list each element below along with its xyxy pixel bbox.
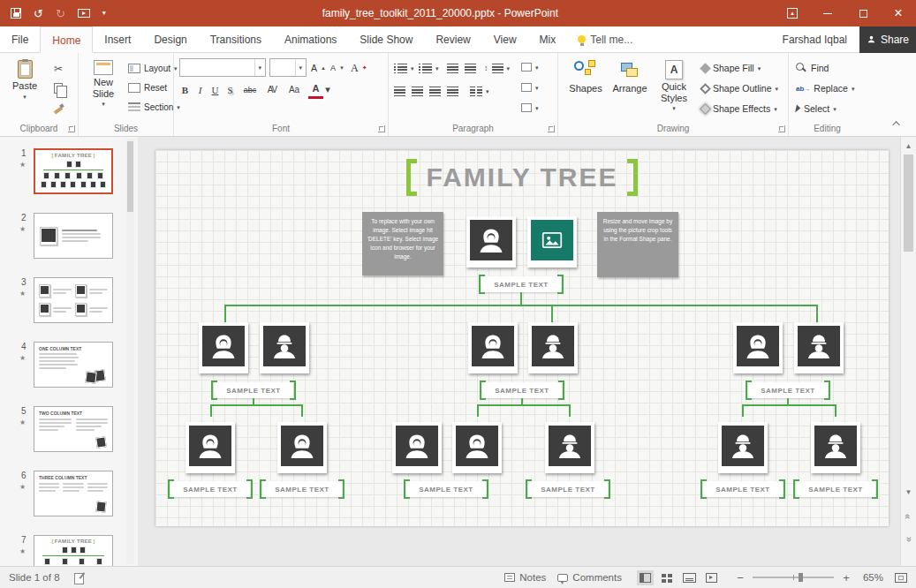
font-name-combo[interactable]: ▾ [179,58,266,77]
animation-star-icon[interactable]: ★ [19,354,26,362]
slide-4-thumbnail[interactable]: ONE COLUMN TEXT [34,342,113,388]
slide-counter[interactable]: Slide 1 of 8 [9,572,60,583]
slide-3-thumbnail[interactable] [34,277,113,323]
sample-text-label[interactable]: SAMPLE TEXT [482,382,562,398]
animation-star-icon[interactable]: ★ [19,418,26,426]
slide-thumbnail-item-3[interactable]: 3 ★ [34,277,113,323]
bullets-button[interactable]: ▾ [394,59,414,77]
slide-5-thumbnail[interactable]: TWO COLUMN TEXT [34,406,113,452]
tab-design[interactable]: Design [142,26,198,52]
strikethrough-button[interactable]: abc [239,80,261,99]
change-case-button[interactable]: Aa [285,80,303,99]
scrollbar-thumb[interactable] [904,155,913,252]
user-name[interactable]: Farshad Iqbal [770,26,859,53]
photo-placeholder[interactable] [277,422,327,473]
paste-button[interactable]: Paste ▾ [4,57,45,116]
drawing-dialog-launcher[interactable] [778,125,785,132]
animation-star-icon[interactable]: ★ [19,483,26,491]
tab-animations[interactable]: Animations [273,26,348,52]
photo-placeholder[interactable] [260,322,309,373]
next-slide-button[interactable]: « [901,532,916,547]
fit-slide-to-window-icon[interactable] [895,573,907,583]
photo-placeholder[interactable] [452,422,502,473]
sample-text-label[interactable]: SAMPLE TEXT [703,481,783,497]
tab-slide-show[interactable]: Slide Show [348,26,424,52]
photo-placeholder[interactable] [392,422,442,473]
notes-button[interactable]: Notes [504,572,546,583]
underline-button[interactable]: U [208,80,223,99]
numbering-button[interactable]: ▾ [419,59,439,77]
save-icon[interactable] [11,8,21,19]
align-right-button[interactable] [429,82,441,100]
find-button[interactable]: Find [796,59,829,77]
zoom-slider[interactable] [753,577,834,578]
photo-placeholder[interactable] [527,216,577,268]
instruction-note-right[interactable]: Resize and move image by using the pictu… [597,212,678,277]
slide-thumbnail-item-7[interactable]: 7 ★ FAMILY TREE [34,535,113,566]
proofing-icon[interactable] [74,572,86,584]
font-color-button[interactable]: A [308,80,323,99]
paragraph-dialog-launcher[interactable] [548,125,555,132]
copy-button[interactable] [49,79,67,97]
slide-7-thumbnail[interactable]: FAMILY TREE [34,535,113,566]
photo-placeholder[interactable] [794,322,844,373]
slide-editing-area[interactable]: FAMILY TREE To replace with your own ima… [155,150,889,526]
shape-effects-button[interactable]: Shape Effects▾ [701,100,777,117]
slide-thumbnail-item-2[interactable]: 2 ★ [34,213,113,259]
clear-formatting-button[interactable]: A✦ [351,59,367,77]
zoom-level[interactable]: 65% [863,572,883,583]
photo-placeholder[interactable] [528,322,578,373]
font-size-combo[interactable]: ▾ [269,58,307,77]
sample-text-label[interactable]: SAMPLE TEXT [406,481,486,497]
decrease-indent-button[interactable] [447,59,458,77]
quick-styles-button[interactable]: A Quick Styles ▾ [654,57,694,116]
tab-mix[interactable]: Mix [528,26,568,52]
animation-star-icon[interactable]: ★ [19,225,26,233]
increase-indent-button[interactable] [465,59,476,77]
tab-home[interactable]: Home [40,26,93,53]
normal-view-icon[interactable] [639,572,652,584]
comments-button[interactable]: Comments [557,572,622,583]
clipboard-dialog-launcher[interactable] [68,125,75,132]
columns-button[interactable]: ▾ [470,82,489,100]
slide-canvas[interactable]: FAMILY TREE To replace with your own ima… [138,137,900,566]
text-direction-button[interactable]: ▾ [521,58,539,76]
tab-file[interactable]: File [0,26,40,52]
photo-placeholder[interactable] [718,422,768,473]
panel-scrollbar-thumb[interactable] [127,141,133,212]
start-slideshow-icon[interactable] [78,9,90,18]
layout-button[interactable]: Layout▾ [128,59,178,77]
grow-font-button[interactable]: A▲ [311,59,326,77]
vertical-scrollbar[interactable]: ▲ ▼ « « [900,137,916,566]
section-button[interactable]: Section▾ [128,98,180,116]
shrink-font-button[interactable]: A▼ [330,59,344,77]
sample-text-label[interactable]: SAMPLE TEXT [748,382,828,398]
slide-6-thumbnail[interactable]: THREE COLUMN TEXT [34,471,113,516]
tab-transitions[interactable]: Transitions [199,26,273,52]
instruction-note-left[interactable]: To replace with your own image. Select i… [362,212,443,275]
tab-review[interactable]: Review [424,26,481,52]
animation-star-icon[interactable]: ★ [19,161,26,169]
slide-2-thumbnail[interactable] [34,213,113,259]
zoom-out-button[interactable]: − [735,571,746,584]
panel-scrollbar[interactable] [126,139,134,564]
undo-icon[interactable]: ↺ [34,8,43,19]
tab-view[interactable]: View [482,26,528,52]
photo-placeholder[interactable] [199,322,248,373]
tab-insert[interactable]: Insert [93,26,142,52]
line-spacing-button[interactable]: ↕▾ [484,59,510,77]
sample-text-label[interactable]: SAMPLE TEXT [262,481,342,497]
tell-me-box[interactable]: Tell me... [567,26,643,52]
select-button[interactable]: Select▾ [796,100,837,117]
ribbon-display-options-icon[interactable]: ▴ [775,0,810,26]
text-shadow-button[interactable]: S [223,80,238,99]
shapes-button[interactable]: Shapes [565,57,606,116]
slide-thumbnail-item-4[interactable]: 4 ★ ONE COLUMN TEXT [34,342,113,388]
animation-star-icon[interactable]: ★ [19,290,26,298]
zoom-slider-thumb[interactable] [799,573,803,582]
zoom-in-button[interactable]: + [841,571,852,584]
shape-outline-button[interactable]: Shape Outline▾ [701,79,778,97]
sample-text-label[interactable]: SAMPLE TEXT [528,481,608,497]
minimize-button[interactable] [810,0,845,26]
sample-text-label[interactable]: SAMPLE TEXT [170,481,250,497]
